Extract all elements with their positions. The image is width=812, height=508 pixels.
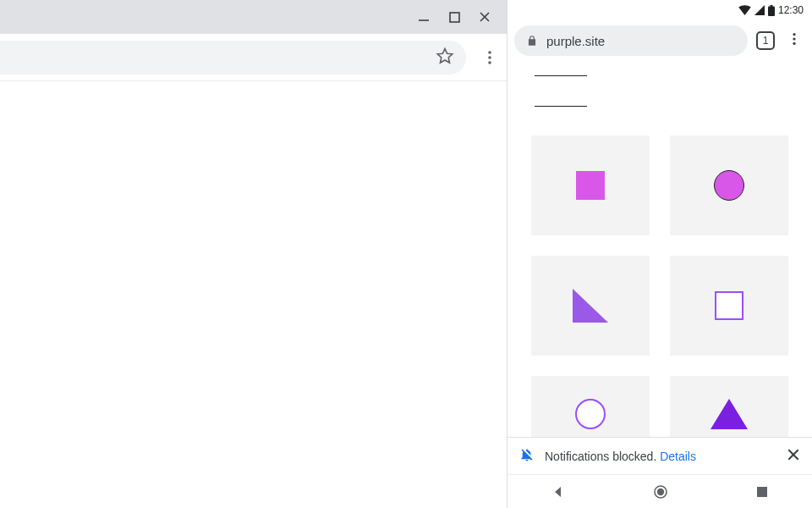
close-icon — [479, 11, 491, 23]
window-titlebar — [0, 0, 507, 34]
square-icon — [576, 171, 605, 200]
svg-point-12 — [793, 42, 795, 45]
lock-icon — [526, 35, 538, 47]
desktop-page-content — [0, 81, 507, 508]
svg-rect-8 — [768, 6, 775, 16]
bookmark-star-icon[interactable] — [436, 47, 454, 69]
square-outline-icon — [715, 291, 743, 320]
svg-point-6 — [488, 56, 491, 59]
close-window-button[interactable] — [469, 2, 500, 32]
svg-point-11 — [793, 37, 795, 40]
close-icon — [787, 448, 800, 461]
circle-icon — [714, 170, 744, 201]
desktop-omnibox[interactable] — [0, 41, 466, 75]
battery-icon — [768, 5, 775, 16]
nav-recent-button[interactable] — [756, 486, 768, 498]
nav-home-button[interactable] — [653, 484, 668, 500]
android-url-text: purple.site — [546, 34, 605, 48]
home-circle-icon — [653, 484, 668, 500]
page-tab-row-2 — [531, 97, 788, 113]
page-tab-1[interactable] — [535, 66, 587, 76]
svg-rect-1 — [450, 13, 459, 22]
svg-point-5 — [488, 51, 491, 54]
recent-square-icon — [756, 486, 768, 498]
triangle-icon — [710, 399, 748, 429]
minimize-button[interactable] — [409, 2, 439, 32]
statusbar-time: 12:30 — [778, 4, 804, 16]
desktop-menu-button[interactable] — [473, 49, 507, 66]
minimize-icon — [418, 11, 430, 23]
page-tab-2[interactable] — [535, 97, 587, 107]
nav-back-button[interactable] — [551, 485, 565, 499]
tile-magenta-circle[interactable] — [670, 135, 788, 235]
maximize-button[interactable] — [439, 2, 469, 32]
svg-rect-9 — [770, 5, 772, 7]
android-toolbar: purple.site 1 — [508, 20, 812, 61]
android-navbar — [508, 474, 812, 508]
page-tab-row — [531, 66, 788, 83]
android-omnibox[interactable]: purple.site — [514, 25, 748, 56]
desktop-toolbar — [0, 34, 507, 81]
right-triangle-icon — [573, 289, 608, 323]
kebab-icon — [787, 31, 802, 47]
notification-close-button[interactable] — [787, 448, 800, 464]
tile-purple-square-outline[interactable] — [670, 256, 788, 356]
svg-marker-4 — [437, 48, 452, 63]
notification-text: Notifications blocked. Details — [545, 450, 696, 463]
circle-outline-icon — [575, 399, 606, 429]
svg-point-7 — [488, 61, 491, 64]
notification-details-link[interactable]: Details — [660, 450, 696, 463]
cellular-icon — [754, 5, 765, 15]
tile-purple-triangle-right[interactable] — [531, 256, 650, 356]
back-triangle-icon — [551, 485, 565, 499]
tile-magenta-square[interactable] — [531, 135, 650, 235]
svg-point-10 — [793, 33, 795, 36]
wifi-icon — [738, 5, 751, 15]
desktop-chrome-window — [0, 0, 508, 508]
kebab-icon — [481, 49, 498, 66]
android-chrome: 12:30 purple.site 1 — [508, 0, 812, 508]
svg-point-16 — [657, 488, 664, 494]
shape-grid — [531, 135, 788, 452]
notification-bar: Notifications blocked. Details — [508, 437, 812, 474]
maximize-icon — [449, 12, 460, 23]
bell-off-icon — [519, 447, 535, 465]
android-statusbar: 12:30 — [508, 0, 812, 20]
tab-count: 1 — [763, 35, 769, 47]
tab-switcher-button[interactable]: 1 — [756, 31, 775, 50]
svg-rect-17 — [757, 487, 767, 497]
android-menu-button[interactable] — [783, 28, 805, 53]
